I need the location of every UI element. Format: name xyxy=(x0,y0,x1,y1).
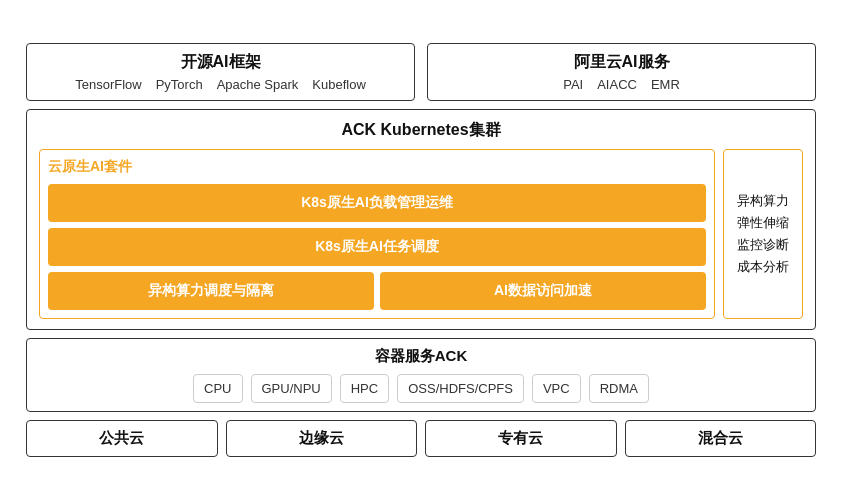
top-row: 开源AI框架 TensorFlow PyTorch Apache Spark K… xyxy=(26,43,816,101)
emr-label: EMR xyxy=(651,77,680,92)
alibaba-ai-items: PAI AIACC EMR xyxy=(444,77,799,92)
aiacc-label: AIACC xyxy=(597,77,637,92)
cloud-edge: 边缘云 xyxy=(226,420,418,457)
k8s-ai-task-bar: K8s原生AI任务调度 xyxy=(48,228,706,266)
chip-gpu-npu: GPU/NPU xyxy=(251,374,332,403)
container-service-box: 容器服务ACK CPU GPU/NPU HPC OSS/HDFS/CPFS VP… xyxy=(26,338,816,412)
cloud-row: 公共云 边缘云 专有云 混合云 xyxy=(26,420,816,457)
chip-cpu: CPU xyxy=(193,374,242,403)
cloud-hybrid: 混合云 xyxy=(625,420,817,457)
pytorch-label: PyTorch xyxy=(156,77,203,92)
ai-data-access-bar: AI数据访问加速 xyxy=(380,272,706,310)
chip-rdma: RDMA xyxy=(589,374,649,403)
ack-cluster-box: ACK Kubernetes集群 云原生AI套件 K8s原生AI负载管理运维 K… xyxy=(26,109,816,330)
k8s-ai-workload-bar: K8s原生AI负载管理运维 xyxy=(48,184,706,222)
cloud-native-wrapper: 云原生AI套件 K8s原生AI负载管理运维 K8s原生AI任务调度 异构算力调度… xyxy=(39,149,803,319)
main-container: 开源AI框架 TensorFlow PyTorch Apache Spark K… xyxy=(16,33,826,467)
opensource-ai-items: TensorFlow PyTorch Apache Spark Kubeflow xyxy=(43,77,398,92)
cloud-public: 公共云 xyxy=(26,420,218,457)
sidebar-monitoring: 监控诊断 xyxy=(736,236,790,254)
apache-spark-label: Apache Spark xyxy=(217,77,299,92)
chip-oss: OSS/HDFS/CPFS xyxy=(397,374,524,403)
kubeflow-label: Kubeflow xyxy=(312,77,365,92)
pai-label: PAI xyxy=(563,77,583,92)
sidebar-cost: 成本分析 xyxy=(736,258,790,276)
container-service-title: 容器服务ACK xyxy=(39,347,803,366)
cloud-native-sidebar: 异构算力 弹性伸缩 监控诊断 成本分析 xyxy=(723,149,803,319)
bottom-bars: 异构算力调度与隔离 AI数据访问加速 xyxy=(48,272,706,310)
tensorflow-label: TensorFlow xyxy=(75,77,141,92)
chip-vpc: VPC xyxy=(532,374,581,403)
opensource-ai-title: 开源AI框架 xyxy=(43,52,398,73)
alibaba-ai-title: 阿里云AI服务 xyxy=(444,52,799,73)
opensource-ai-box: 开源AI框架 TensorFlow PyTorch Apache Spark K… xyxy=(26,43,415,101)
cloud-dedicated: 专有云 xyxy=(425,420,617,457)
cloud-native-box: 云原生AI套件 K8s原生AI负载管理运维 K8s原生AI任务调度 异构算力调度… xyxy=(39,149,715,319)
sidebar-elastic: 弹性伸缩 xyxy=(736,214,790,232)
heterogeneous-computing-bar: 异构算力调度与隔离 xyxy=(48,272,374,310)
chip-hpc: HPC xyxy=(340,374,389,403)
alibaba-ai-box: 阿里云AI服务 PAI AIACC EMR xyxy=(427,43,816,101)
ack-cluster-title: ACK Kubernetes集群 xyxy=(39,120,803,141)
resource-chips: CPU GPU/NPU HPC OSS/HDFS/CPFS VPC RDMA xyxy=(39,374,803,403)
cloud-native-label: 云原生AI套件 xyxy=(48,158,706,176)
sidebar-heterogeneous: 异构算力 xyxy=(736,192,790,210)
